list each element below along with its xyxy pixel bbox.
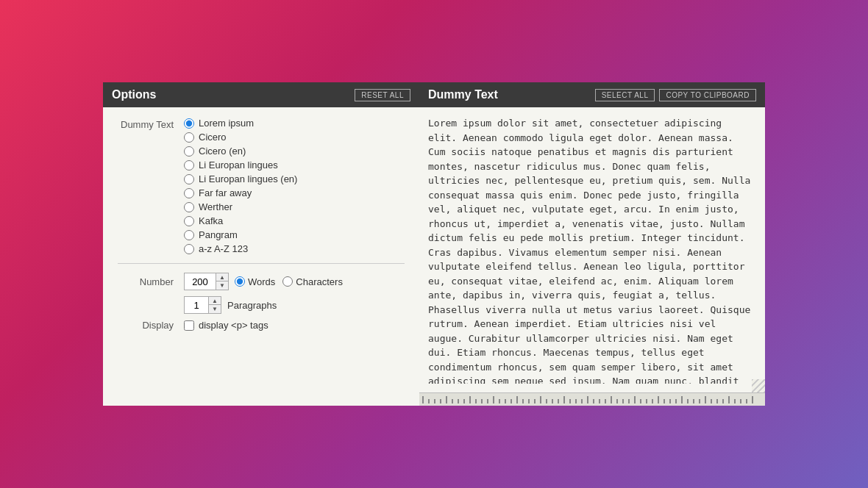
spinner-up-button[interactable]: ▲ [216, 273, 228, 281]
radio-cicero-en[interactable]: Cicero (en) [184, 146, 297, 157]
left-body: Dummy Text Lorem ipsum Cicero Cicero (en… [103, 107, 419, 345]
display-p-tags-label: display <p> tags [199, 320, 268, 331]
radio-werther[interactable]: Werther [184, 201, 297, 212]
tick-9 [469, 396, 471, 403]
radio-li-europan-en-input[interactable] [184, 174, 194, 184]
radio-az123-label: a-z A-Z 123 [199, 243, 248, 254]
radio-kafka[interactable]: Kafka [184, 215, 297, 226]
radio-far-far[interactable]: Far far away [184, 187, 297, 198]
radio-az123-input[interactable] [184, 244, 194, 254]
tick-7 [458, 399, 459, 403]
tick-8 [463, 399, 465, 403]
reset-all-button[interactable]: RESET ALL [355, 89, 410, 101]
tick-34 [616, 399, 618, 403]
tick-22 [546, 399, 547, 403]
tick-31 [599, 399, 600, 403]
radio-far-far-input[interactable] [184, 188, 194, 198]
radio-words[interactable]: Words [235, 276, 275, 287]
main-container: Options RESET ALL Dummy Text Lorem ipsum… [103, 82, 765, 406]
left-header: Options RESET ALL [103, 82, 419, 107]
select-all-button[interactable]: SELECT ALL [595, 89, 655, 101]
text-type-radio-group: Lorem ipsum Cicero Cicero (en) Li Europa… [184, 118, 297, 254]
tick-51 [716, 399, 718, 403]
tick-43 [669, 399, 671, 403]
tick-11 [481, 399, 483, 403]
radio-cicero[interactable]: Cicero [184, 132, 297, 143]
radio-lorem-ipsum-input[interactable] [184, 118, 194, 129]
radio-li-europan-en-label: Li Europan lingues (en) [199, 173, 297, 184]
radio-characters-input[interactable] [282, 276, 293, 287]
radio-pangram-input[interactable] [184, 230, 194, 240]
tick-41 [658, 396, 659, 403]
dummy-text-label: Dummy Text [118, 118, 184, 130]
radio-li-europan-label: Li Europan lingues [199, 159, 278, 171]
tick-5 [446, 396, 447, 403]
unit-radio-group: Words Characters [235, 276, 343, 287]
tick-25 [563, 396, 565, 403]
tick-16 [511, 399, 512, 403]
tick-3 [434, 399, 435, 403]
tick-4 [440, 399, 441, 403]
tick-48 [699, 399, 700, 403]
copy-to-clipboard-button[interactable]: COPY TO CLIPBOARD [659, 89, 756, 101]
tick-28 [581, 399, 583, 403]
left-panel: Options RESET ALL Dummy Text Lorem ipsum… [103, 82, 419, 406]
tick-19 [528, 399, 530, 403]
tick-50 [711, 399, 712, 403]
dummy-text-output[interactable] [428, 116, 756, 384]
tick-39 [646, 399, 647, 403]
paragraphs-input-wrap: ▲ ▼ [184, 296, 221, 314]
tick-10 [475, 399, 477, 403]
radio-kafka-input[interactable] [184, 216, 194, 226]
tick-44 [675, 399, 677, 403]
display-row: Display display <p> tags [118, 320, 405, 331]
tick-46 [687, 399, 689, 403]
tick-26 [569, 399, 571, 403]
paragraphs-spinner-down-button[interactable]: ▼ [209, 305, 221, 313]
tick-37 [634, 396, 636, 403]
number-input-wrap: ▲ ▼ [184, 273, 229, 290]
tick-56 [746, 399, 747, 403]
paragraphs-spinner-up-button[interactable]: ▲ [209, 297, 221, 305]
radio-lorem-ipsum[interactable]: Lorem ipsum [184, 118, 297, 129]
number-spinner: ▲ ▼ [216, 273, 228, 290]
tick-57 [752, 396, 753, 403]
tick-24 [558, 399, 559, 403]
tick-marks [422, 396, 753, 403]
radio-characters[interactable]: Characters [282, 276, 343, 287]
display-p-tags-checkbox[interactable] [184, 320, 194, 331]
radio-werther-input[interactable] [184, 202, 194, 212]
tick-30 [593, 399, 594, 403]
radio-words-input[interactable] [235, 276, 245, 287]
display-checkbox-label[interactable]: display <p> tags [184, 320, 268, 331]
radio-pangram[interactable]: Pangram [184, 229, 297, 240]
radio-li-europan-en[interactable]: Li Europan lingues (en) [184, 173, 297, 184]
radio-werther-label: Werther [199, 201, 232, 212]
radio-pangram-label: Pangram [199, 229, 238, 240]
tick-14 [499, 399, 500, 403]
tick-13 [493, 396, 494, 403]
radio-cicero-input[interactable] [184, 132, 194, 143]
paragraphs-input[interactable] [185, 297, 208, 313]
tick-42 [664, 399, 665, 403]
tick-18 [522, 399, 524, 403]
tick-23 [552, 399, 553, 403]
spinner-down-button[interactable]: ▼ [216, 281, 228, 290]
tick-35 [622, 399, 624, 403]
number-input[interactable] [185, 273, 216, 290]
paragraphs-spinner: ▲ ▼ [208, 297, 221, 313]
tick-49 [705, 396, 706, 403]
radio-cicero-en-input[interactable] [184, 146, 194, 157]
radio-cicero-label: Cicero [199, 132, 227, 143]
radio-kafka-label: Kafka [199, 215, 223, 226]
tick-17 [516, 396, 518, 403]
radio-li-europan[interactable]: Li Europan lingues [184, 159, 297, 171]
right-body [419, 107, 765, 392]
tick-54 [734, 399, 736, 403]
radio-li-europan-input[interactable] [184, 160, 194, 171]
tick-2 [428, 399, 430, 403]
paragraphs-label: Paragraphs [227, 300, 277, 311]
radio-az123[interactable]: a-z A-Z 123 [184, 243, 297, 254]
number-row: Number ▲ ▼ Words Characters [118, 273, 405, 290]
radio-cicero-en-label: Cicero (en) [199, 146, 246, 157]
